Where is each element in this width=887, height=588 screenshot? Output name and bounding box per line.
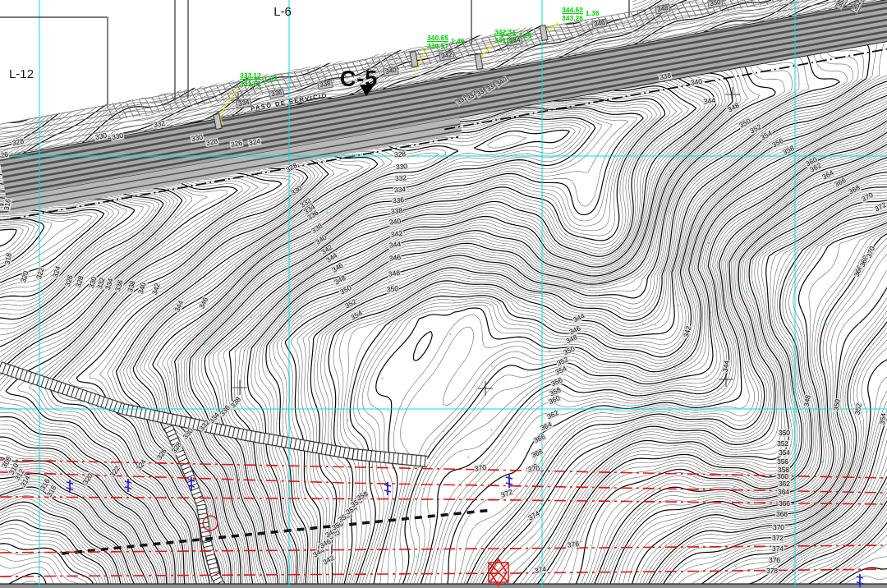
map-viewport[interactable]: L-12 L-6 C-5 PASO DE SERVICIO 3283303323… [0, 0, 887, 588]
contour-terrain-canvas [0, 0, 887, 588]
